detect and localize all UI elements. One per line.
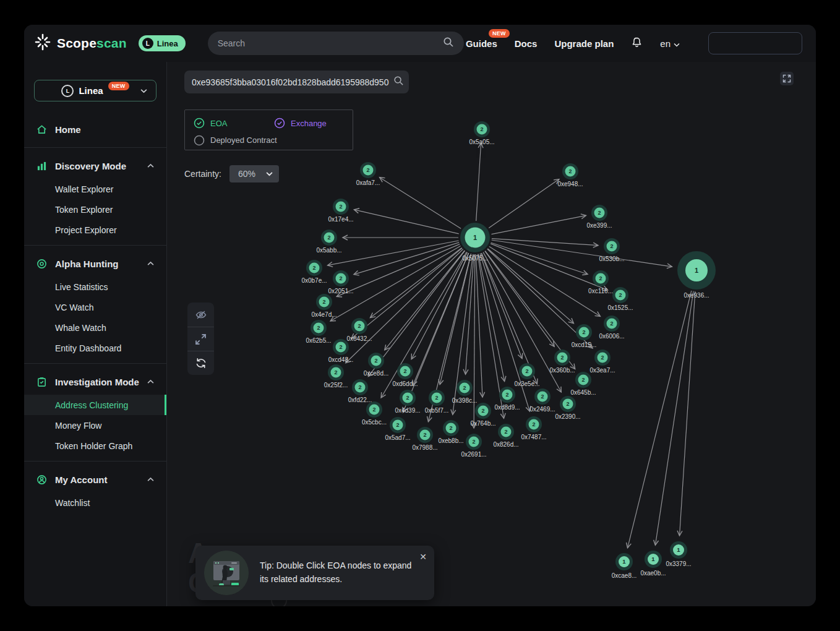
- graph-node[interactable]: 2 0x5ad7...: [385, 417, 410, 441]
- svg-text:2: 2: [599, 275, 602, 281]
- nav-upgrade-plan[interactable]: Upgrade plan: [554, 38, 614, 49]
- svg-text:1: 1: [473, 234, 477, 241]
- logo[interactable]: Scopescan L Linea: [34, 33, 186, 53]
- header-action-button[interactable]: [708, 32, 802, 54]
- graph-node[interactable]: 2 0x360b...: [549, 350, 575, 374]
- graph-node[interactable]: 2 0x2691...: [461, 434, 486, 458]
- sidebar-item-project-explorer[interactable]: Project Explorer: [24, 220, 166, 240]
- svg-text:2: 2: [372, 406, 375, 413]
- graph-node[interactable]: 2 0xe948...: [557, 163, 583, 187]
- legend-eoa-checkbox[interactable]: EOA: [194, 118, 274, 129]
- svg-text:0x7487...: 0x7487...: [521, 434, 546, 440]
- graph-node[interactable]: 2 0x0b7e...: [301, 260, 327, 284]
- svg-text:2: 2: [312, 265, 315, 271]
- graph-node[interactable]: 2 0x7487...: [521, 416, 546, 440]
- sidebar-item-watchlist[interactable]: Watchlist: [24, 492, 166, 513]
- svg-text:2: 2: [480, 126, 483, 132]
- legend-exchange-checkbox[interactable]: Exchange: [274, 118, 327, 129]
- sidebar-item-wallet-explorer[interactable]: Wallet Explorer: [24, 179, 166, 199]
- network-selector[interactable]: L Linea NEW: [34, 80, 156, 101]
- chevron-up-icon: [147, 477, 154, 482]
- search-icon: [393, 75, 404, 88]
- graph-node[interactable]: 2 0xfd22...: [348, 379, 372, 403]
- graph-node[interactable]: 2 0xe399...: [586, 205, 612, 229]
- svg-text:0x6006...: 0x6006...: [599, 333, 624, 340]
- graph-node[interactable]: 2 0x17e4...: [328, 199, 353, 223]
- graph-node[interactable]: 1 0xae0b...: [640, 551, 666, 577]
- graph-node[interactable]: 2 0x4d39...: [395, 390, 420, 414]
- sidebar-item-live-statistics[interactable]: Live Statistics: [24, 277, 166, 297]
- sidebar-section-alpha-hunting[interactable]: Alpha Hunting: [24, 251, 166, 277]
- svg-text:2: 2: [610, 243, 613, 249]
- svg-text:1: 1: [695, 267, 698, 274]
- guides-new-badge: NEW: [489, 29, 510, 38]
- svg-text:0x6432...: 0x6432...: [346, 335, 372, 342]
- graph-node[interactable]: 1 0xe936...: [677, 251, 716, 299]
- graph-node[interactable]: 2 0x5a05...: [469, 121, 494, 145]
- svg-text:2: 2: [339, 204, 342, 210]
- sidebar-item-home[interactable]: Home: [24, 116, 166, 142]
- tip-illustration: [204, 551, 249, 595]
- sidebar-section-discovery-mode[interactable]: Discovery Mode: [24, 153, 166, 179]
- graph-node[interactable]: 1 0xcae8...: [612, 553, 637, 579]
- graph-node[interactable]: 2 0x6006...: [599, 316, 624, 340]
- graph-node[interactable]: 2 0x826d...: [493, 424, 518, 448]
- svg-text:0x398c...: 0x398c...: [452, 397, 478, 404]
- graph-node[interactable]: 2 0xcd48...: [328, 339, 354, 363]
- graph-node[interactable]: 2 0x2390...: [555, 396, 580, 420]
- nav-guides[interactable]: Guides NEW: [466, 38, 497, 49]
- graph-node[interactable]: 2 0x7988...: [412, 427, 437, 451]
- sidebar-item-entity-dashboard[interactable]: Entity Dashboard: [24, 338, 166, 358]
- sidebar-item-vc-watch[interactable]: VC Watch: [24, 297, 166, 317]
- legend-deployed-contract-checkbox[interactable]: Deployed Contract: [194, 135, 277, 146]
- graph-node[interactable]: 2 0xb5f7...: [425, 390, 448, 414]
- graph-node[interactable]: 2 0x2051...: [328, 270, 353, 294]
- sidebar-section-investigation-mode[interactable]: Investigation Mode: [24, 369, 166, 395]
- fullscreen-button[interactable]: [780, 72, 794, 85]
- notification-bell-icon[interactable]: [631, 36, 643, 51]
- sidebar-section-my-account[interactable]: My Account: [24, 466, 166, 492]
- graph-node[interactable]: 2 0x3ea7...: [589, 350, 615, 374]
- graph-node[interactable]: 2 0x4e7d...: [311, 294, 336, 318]
- refresh-graph-button[interactable]: [187, 351, 214, 375]
- graph-node[interactable]: 2 0xc116...: [588, 270, 613, 294]
- graph-node[interactable]: 2 0xafa7...: [356, 162, 380, 186]
- expand-graph-button[interactable]: [187, 327, 214, 351]
- graph-node[interactable]: 2 0x25f2...: [324, 364, 348, 388]
- graph-toolbar: [187, 303, 214, 375]
- graph-edges: [328, 143, 695, 548]
- sidebar-item-money-flow[interactable]: Money Flow: [24, 415, 166, 436]
- graph-node[interactable]: 2 0xeb8b...: [438, 420, 463, 444]
- graph-nodes: 1 0x5075... 1 0xe936... 1 0xcae8... 1 0x…: [301, 121, 716, 579]
- language-selector[interactable]: en: [660, 38, 680, 49]
- close-icon[interactable]: ✕: [419, 552, 427, 562]
- hide-nodes-button[interactable]: [187, 303, 214, 327]
- graph-node[interactable]: 2 0x5abb...: [316, 230, 341, 254]
- svg-text:0x7988...: 0x7988...: [412, 444, 437, 451]
- sidebar-item-address-clustering[interactable]: Address Clustering: [24, 395, 166, 415]
- graph-node[interactable]: 2 0x62b5...: [306, 320, 331, 344]
- graph-node[interactable]: 2 0x645b...: [570, 372, 596, 396]
- graph-node[interactable]: 2 0x5cbc...: [362, 401, 387, 426]
- graph-node[interactable]: 2 0x2469...: [529, 388, 555, 413]
- tip-text: Tip: Double Click EOA nodes to expand it…: [260, 559, 422, 586]
- graph-node[interactable]: 1 0x3379...: [666, 541, 691, 567]
- chevron-down-icon: [266, 171, 273, 176]
- sidebar-item-whale-watch[interactable]: Whale Watch: [24, 317, 166, 338]
- address-search-input[interactable]: 0xe93685f3bba03016f02bd1828badd6195988d9…: [184, 71, 409, 93]
- graph-node[interactable]: 2 0xd6dd...: [392, 363, 418, 387]
- graph-node[interactable]: 2 0x6432...: [346, 318, 372, 342]
- graph-node[interactable]: 2 0xcd15...: [572, 324, 597, 348]
- svg-text:0xeb8b...: 0xeb8b...: [438, 437, 463, 444]
- nav-docs[interactable]: Docs: [515, 38, 538, 49]
- graph-node[interactable]: 1 0x5075...: [460, 223, 490, 262]
- graph-node[interactable]: 2 0xce8d...: [364, 353, 389, 377]
- sidebar-item-token-explorer[interactable]: Token Explorer: [24, 199, 166, 220]
- global-search-input[interactable]: Search: [208, 32, 464, 55]
- svg-text:0x62b5...: 0x62b5...: [306, 337, 331, 344]
- graph-node[interactable]: 2 0xd8d9...: [494, 387, 520, 411]
- certainty-dropdown[interactable]: 60%: [229, 165, 279, 182]
- sidebar-item-token-holder-graph[interactable]: Token Holder Graph: [24, 436, 166, 456]
- graph-node[interactable]: 2 0x530b...: [599, 238, 624, 262]
- svg-text:2: 2: [403, 368, 406, 374]
